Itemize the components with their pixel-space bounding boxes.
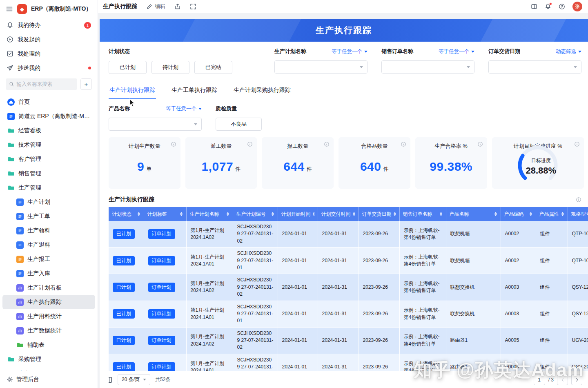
- sidebar-item-handled[interactable]: 我处理的: [0, 47, 98, 61]
- next-page-button[interactable]: [571, 374, 582, 385]
- sidebar-item-prod-exec-track[interactable]: 生产执行跟踪: [2, 295, 95, 309]
- column-header-6[interactable]: 计划交付时间: [318, 207, 359, 221]
- status-button-1[interactable]: 已计划: [109, 61, 147, 74]
- info-icon[interactable]: [247, 141, 253, 147]
- info-icon[interactable]: [576, 197, 581, 203]
- tab-1[interactable]: 生产计划执行跟踪: [109, 81, 156, 99]
- table-row[interactable]: 已计划订单计划第1月-生产计划 2024.1A02SCJHXSDD2309 27…: [109, 327, 588, 354]
- column-header-1[interactable]: 计划状态: [109, 207, 144, 221]
- info-icon[interactable]: [401, 141, 406, 147]
- tab-3[interactable]: 生产计划采购执行跟踪: [233, 81, 292, 99]
- filter-select[interactable]: [488, 60, 581, 74]
- defective-filter-button[interactable]: 不良品: [216, 118, 262, 131]
- sidebar-item-prod-material-stats[interactable]: 生产用料统计: [2, 309, 95, 323]
- filter-operator[interactable]: 等于任意一个: [332, 48, 368, 55]
- sort-icon[interactable]: [352, 212, 355, 216]
- sidebar-item-prod-workorder[interactable]: 生产工单: [2, 209, 95, 223]
- filter-operator[interactable]: 等于任意一个: [439, 48, 474, 55]
- prev-page-button[interactable]: [557, 374, 568, 385]
- cell-product: 联想交换机: [446, 301, 501, 327]
- tab-2[interactable]: 生产工单执行跟踪: [171, 81, 218, 99]
- sort-icon[interactable]: [393, 212, 396, 216]
- info-icon[interactable]: [171, 141, 176, 147]
- status-button-3[interactable]: 已完结: [194, 61, 232, 74]
- share-icon[interactable]: [174, 3, 181, 10]
- cell-number: SCJHXSDD2309 27-07-240131-01: [233, 248, 278, 274]
- sidebar-item-initiated[interactable]: 我发起的: [0, 32, 98, 47]
- search-input[interactable]: [16, 81, 74, 87]
- column-header-5[interactable]: 计划开始时间: [278, 207, 318, 221]
- dashboard-icon: [16, 284, 24, 292]
- filter-select[interactable]: [274, 60, 368, 74]
- fullscreen-icon[interactable]: [190, 3, 196, 10]
- status-button-2[interactable]: 待计划: [151, 61, 189, 74]
- table-row[interactable]: 已计划订单计划第1月-生产计划 2024.1A01SCJHXSDD2309 27…: [109, 354, 588, 371]
- sidebar-item-tech-mgmt[interactable]: 技术管理: [2, 138, 95, 152]
- sidebar-item-prod-inbound[interactable]: 生产入库: [2, 266, 95, 281]
- cell-sales_order: 示例：上海帆软-第4份销售订单: [399, 327, 446, 354]
- sidebar-item-cc[interactable]: 抄送我的: [0, 61, 98, 75]
- add-button[interactable]: +: [80, 78, 92, 90]
- sort-icon[interactable]: [561, 212, 564, 216]
- sidebar-item-prod-picking[interactable]: 生产领料: [2, 223, 95, 238]
- sidebar-item-purchase-mgmt[interactable]: 采购管理: [2, 352, 95, 366]
- column-header-3[interactable]: 生产计划名称: [186, 207, 233, 221]
- sidebar-item-sales-mgmt[interactable]: 销售管理: [2, 166, 95, 181]
- sidebar-item-inventory-mgmt[interactable]: 库存管理: [2, 366, 95, 371]
- page-size-select[interactable]: 20 条/页: [118, 374, 150, 385]
- edit-button[interactable]: 编辑: [146, 3, 165, 10]
- hamburger-menu-icon[interactable]: [6, 5, 13, 13]
- sidebar-item-app-root[interactable]: 简道云 ERP（离散制造-MTO）: [2, 109, 95, 123]
- page-input[interactable]: [534, 374, 545, 385]
- info-icon[interactable]: [477, 141, 483, 147]
- sidebar-item-label: 我的待办: [18, 22, 40, 29]
- sort-icon[interactable]: [494, 212, 497, 216]
- column-header-11[interactable]: 产品属性: [536, 207, 568, 221]
- column-header-4[interactable]: 生产计划编号: [233, 207, 278, 221]
- sidebar-item-biz-board[interactable]: 经营看板: [2, 123, 95, 138]
- column-header-7[interactable]: 订单交货日期: [359, 207, 399, 221]
- info-icon[interactable]: [324, 141, 330, 147]
- sidebar-item-aux-tables[interactable]: 辅助表: [2, 338, 95, 352]
- filter-operator[interactable]: 等于任意一个: [166, 105, 202, 112]
- sidebar-item-prod-report[interactable]: 生产报工: [2, 252, 95, 266]
- cell-product: 路由器1: [446, 327, 501, 354]
- sort-icon[interactable]: [312, 212, 314, 216]
- sidebar-item-prod-plan-board[interactable]: 生产计划看板: [2, 281, 95, 295]
- cell-attr: 组件: [536, 274, 568, 301]
- sort-icon[interactable]: [180, 212, 183, 216]
- column-settings-icon[interactable]: [109, 376, 113, 384]
- sort-icon[interactable]: [439, 212, 443, 216]
- sort-icon[interactable]: [529, 212, 532, 216]
- sidebar-item-admin[interactable]: 管理后台: [0, 371, 98, 388]
- sidebar-item-customer-mgmt[interactable]: 客户管理: [2, 152, 95, 166]
- filter-select[interactable]: [381, 60, 474, 74]
- filter-select[interactable]: [109, 118, 202, 131]
- sort-icon[interactable]: [137, 212, 140, 216]
- column-header-9[interactable]: 产品名称: [446, 207, 501, 221]
- sort-icon[interactable]: [226, 212, 229, 216]
- sidebar-item-prod-data-stats[interactable]: 生产数据统计: [2, 323, 95, 338]
- table-row[interactable]: 已计划订单计划第1月-生产计划 2024.1A02SCJHXSDD2309 27…: [109, 274, 588, 301]
- bell-icon[interactable]: [545, 3, 551, 10]
- filter-operator[interactable]: 动态筛选: [556, 48, 581, 55]
- column-header-8[interactable]: 销售订单名称: [399, 207, 446, 221]
- sort-icon[interactable]: [271, 212, 274, 216]
- sidebar-item-production-mgmt[interactable]: 生产管理: [2, 181, 95, 195]
- sidebar-item-prod-return[interactable]: 生产退料: [2, 238, 95, 252]
- table-row[interactable]: 已计划订单计划第1月-生产计划 2024.1A01SCJHXSDD2309 27…: [109, 301, 588, 327]
- avatar[interactable]: 张: [572, 2, 582, 11]
- sidebar-item-todo[interactable]: 我的待办1: [0, 18, 98, 32]
- sidebar-item-home[interactable]: 首页: [2, 95, 95, 109]
- help-icon[interactable]: [559, 3, 565, 10]
- column-header-10[interactable]: 产品编码: [501, 207, 536, 221]
- table-row[interactable]: 已计划订单计划第1月-生产计划 2024.1A02SCJHXSDD2309 27…: [109, 221, 588, 248]
- column-header-2[interactable]: 计划标签: [144, 207, 186, 221]
- stat-card-5: 生产合格率 %99.38%: [415, 137, 487, 189]
- panel-toggle-icon[interactable]: [531, 3, 537, 10]
- column-header-12[interactable]: 规格型号: [568, 207, 588, 221]
- search-box[interactable]: [6, 78, 77, 90]
- table-row[interactable]: 已计划订单计划第1月-生产计划 2024.1A01SCJHXSDD2309 27…: [109, 248, 588, 274]
- sidebar-item-prod-plan[interactable]: 生产计划: [2, 195, 95, 209]
- plan-tracking-table: 计划状态计划标签生产计划名称生产计划编号计划开始时间计划交付时间订单交货日期销售…: [109, 207, 588, 371]
